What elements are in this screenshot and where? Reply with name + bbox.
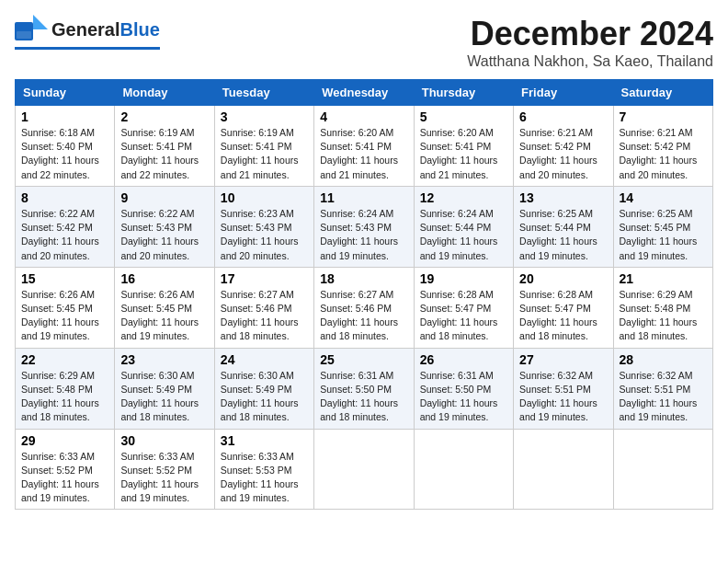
svg-marker-1 [33, 15, 48, 29]
calendar-cell [314, 429, 414, 510]
calendar-cell: 27Sunrise: 6:32 AMSunset: 5:51 PMDayligh… [514, 348, 613, 429]
col-wednesday: Wednesday [314, 80, 414, 106]
day-number: 25 [320, 352, 407, 367]
calendar-cell: 8Sunrise: 6:22 AMSunset: 5:42 PMDaylight… [16, 186, 115, 267]
calendar-cell: 10Sunrise: 6:23 AMSunset: 5:43 PMDayligh… [214, 186, 313, 267]
calendar-cell: 19Sunrise: 6:28 AMSunset: 5:47 PMDayligh… [414, 267, 513, 348]
day-number: 31 [221, 433, 308, 448]
day-info: Sunrise: 6:32 AMSunset: 5:51 PMDaylight:… [620, 369, 707, 425]
col-friday: Friday [514, 80, 613, 106]
day-number: 1 [21, 109, 108, 124]
day-number: 4 [320, 109, 407, 124]
calendar-week-row: 8Sunrise: 6:22 AMSunset: 5:42 PMDaylight… [16, 186, 713, 267]
calendar-cell: 24Sunrise: 6:30 AMSunset: 5:49 PMDayligh… [214, 348, 313, 429]
calendar-cell: 30Sunrise: 6:33 AMSunset: 5:52 PMDayligh… [115, 429, 214, 510]
calendar-cell: 31Sunrise: 6:33 AMSunset: 5:53 PMDayligh… [214, 429, 313, 510]
location-title: Watthana Nakhon, Sa Kaeo, Thailand [467, 53, 713, 70]
day-number: 2 [120, 109, 208, 124]
day-info: Sunrise: 6:25 AMSunset: 5:44 PMDaylight:… [519, 207, 607, 263]
calendar-week-row: 1Sunrise: 6:18 AMSunset: 5:40 PMDaylight… [16, 106, 713, 187]
calendar-header-row: Sunday Monday Tuesday Wednesday Thursday… [16, 80, 713, 106]
calendar-cell: 26Sunrise: 6:31 AMSunset: 5:50 PMDayligh… [414, 348, 513, 429]
calendar-cell: 4Sunrise: 6:20 AMSunset: 5:41 PMDaylight… [314, 106, 414, 187]
calendar-cell: 11Sunrise: 6:24 AMSunset: 5:43 PMDayligh… [314, 186, 414, 267]
col-monday: Monday [115, 80, 214, 106]
calendar-cell: 23Sunrise: 6:30 AMSunset: 5:49 PMDayligh… [115, 348, 214, 429]
day-number: 13 [519, 190, 607, 205]
day-info: Sunrise: 6:28 AMSunset: 5:47 PMDaylight:… [519, 288, 607, 344]
day-info: Sunrise: 6:19 AMSunset: 5:41 PMDaylight:… [120, 126, 208, 182]
day-number: 22 [21, 352, 108, 367]
logo-icon [15, 15, 48, 44]
calendar-cell: 13Sunrise: 6:25 AMSunset: 5:44 PMDayligh… [514, 186, 613, 267]
day-number: 6 [519, 109, 607, 124]
day-number: 8 [21, 190, 108, 205]
calendar-week-row: 15Sunrise: 6:26 AMSunset: 5:45 PMDayligh… [16, 267, 713, 348]
title-area: December 2024 Watthana Nakhon, Sa Kaeo, … [467, 15, 713, 70]
day-info: Sunrise: 6:27 AMSunset: 5:46 PMDaylight:… [320, 288, 407, 344]
day-number: 29 [21, 433, 108, 448]
calendar-cell [613, 429, 712, 510]
calendar-cell: 28Sunrise: 6:32 AMSunset: 5:51 PMDayligh… [613, 348, 712, 429]
svg-rect-2 [17, 31, 31, 39]
day-number: 15 [21, 271, 108, 286]
calendar-cell: 5Sunrise: 6:20 AMSunset: 5:41 PMDaylight… [414, 106, 513, 187]
calendar-cell: 14Sunrise: 6:25 AMSunset: 5:45 PMDayligh… [613, 186, 712, 267]
day-info: Sunrise: 6:24 AMSunset: 5:44 PMDaylight:… [420, 207, 507, 263]
day-number: 18 [320, 271, 407, 286]
logo: GeneralBlue [15, 15, 160, 50]
day-number: 10 [221, 190, 308, 205]
day-number: 26 [420, 352, 507, 367]
day-info: Sunrise: 6:18 AMSunset: 5:40 PMDaylight:… [21, 126, 108, 182]
calendar-cell: 16Sunrise: 6:26 AMSunset: 5:45 PMDayligh… [115, 267, 214, 348]
day-number: 28 [620, 352, 707, 367]
day-info: Sunrise: 6:28 AMSunset: 5:47 PMDaylight:… [420, 288, 507, 344]
day-number: 12 [420, 190, 507, 205]
day-number: 30 [120, 433, 208, 448]
col-thursday: Thursday [414, 80, 513, 106]
day-number: 17 [221, 271, 308, 286]
day-info: Sunrise: 6:22 AMSunset: 5:43 PMDaylight:… [120, 207, 208, 263]
day-info: Sunrise: 6:33 AMSunset: 5:52 PMDaylight:… [120, 450, 208, 506]
calendar-cell: 21Sunrise: 6:29 AMSunset: 5:48 PMDayligh… [613, 267, 712, 348]
calendar-cell: 22Sunrise: 6:29 AMSunset: 5:48 PMDayligh… [16, 348, 115, 429]
header: GeneralBlue December 2024 Watthana Nakho… [15, 15, 713, 70]
calendar-week-row: 29Sunrise: 6:33 AMSunset: 5:52 PMDayligh… [16, 429, 713, 510]
day-info: Sunrise: 6:24 AMSunset: 5:43 PMDaylight:… [320, 207, 407, 263]
col-sunday: Sunday [16, 80, 115, 106]
calendar-cell: 1Sunrise: 6:18 AMSunset: 5:40 PMDaylight… [16, 106, 115, 187]
day-number: 20 [519, 271, 607, 286]
day-info: Sunrise: 6:21 AMSunset: 5:42 PMDaylight:… [620, 126, 707, 182]
day-info: Sunrise: 6:23 AMSunset: 5:43 PMDaylight:… [221, 207, 308, 263]
day-number: 3 [221, 109, 308, 124]
day-info: Sunrise: 6:19 AMSunset: 5:41 PMDaylight:… [221, 126, 308, 182]
day-info: Sunrise: 6:33 AMSunset: 5:52 PMDaylight:… [21, 450, 108, 506]
month-title: December 2024 [467, 15, 713, 53]
day-info: Sunrise: 6:26 AMSunset: 5:45 PMDaylight:… [21, 288, 108, 344]
day-info: Sunrise: 6:20 AMSunset: 5:41 PMDaylight:… [320, 126, 407, 182]
day-number: 21 [620, 271, 707, 286]
day-info: Sunrise: 6:21 AMSunset: 5:42 PMDaylight:… [519, 126, 607, 182]
day-number: 19 [420, 271, 507, 286]
day-number: 9 [120, 190, 208, 205]
day-number: 11 [320, 190, 407, 205]
calendar-cell: 20Sunrise: 6:28 AMSunset: 5:47 PMDayligh… [514, 267, 613, 348]
calendar-table: Sunday Monday Tuesday Wednesday Thursday… [15, 79, 713, 510]
calendar-cell: 18Sunrise: 6:27 AMSunset: 5:46 PMDayligh… [314, 267, 414, 348]
calendar-cell [414, 429, 513, 510]
calendar-cell: 2Sunrise: 6:19 AMSunset: 5:41 PMDaylight… [115, 106, 214, 187]
day-info: Sunrise: 6:30 AMSunset: 5:49 PMDaylight:… [221, 369, 308, 425]
col-tuesday: Tuesday [214, 80, 313, 106]
day-info: Sunrise: 6:29 AMSunset: 5:48 PMDaylight:… [620, 288, 707, 344]
calendar-cell: 3Sunrise: 6:19 AMSunset: 5:41 PMDaylight… [214, 106, 313, 187]
calendar-cell [514, 429, 613, 510]
calendar-cell: 12Sunrise: 6:24 AMSunset: 5:44 PMDayligh… [414, 186, 513, 267]
calendar-cell: 6Sunrise: 6:21 AMSunset: 5:42 PMDaylight… [514, 106, 613, 187]
calendar-cell: 9Sunrise: 6:22 AMSunset: 5:43 PMDaylight… [115, 186, 214, 267]
day-info: Sunrise: 6:30 AMSunset: 5:49 PMDaylight:… [120, 369, 208, 425]
calendar-cell: 15Sunrise: 6:26 AMSunset: 5:45 PMDayligh… [16, 267, 115, 348]
page-container: GeneralBlue December 2024 Watthana Nakho… [15, 15, 713, 510]
day-number: 16 [120, 271, 208, 286]
day-info: Sunrise: 6:31 AMSunset: 5:50 PMDaylight:… [320, 369, 407, 425]
day-info: Sunrise: 6:29 AMSunset: 5:48 PMDaylight:… [21, 369, 108, 425]
